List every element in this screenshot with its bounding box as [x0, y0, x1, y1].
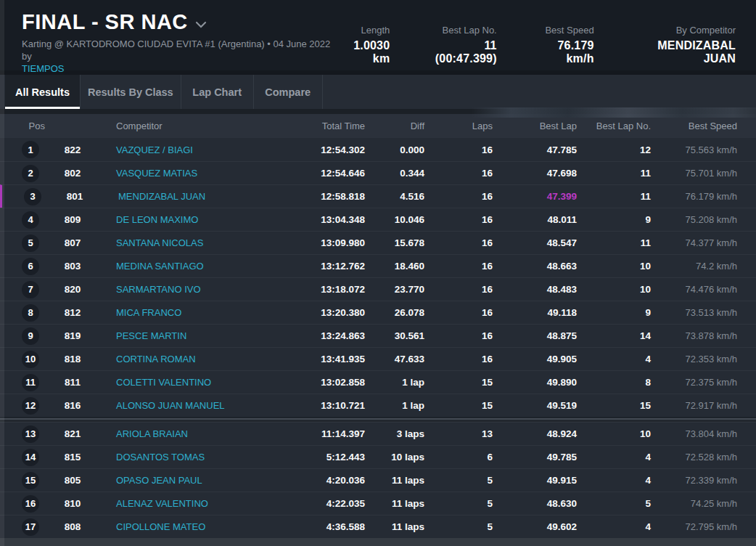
position-badge: 1	[0, 141, 51, 158]
position-circle: 5	[22, 235, 39, 252]
table-row[interactable]: 17808CIPOLLONE MATEO4:36.58811 laps549.6…	[0, 515, 756, 538]
best-lap-time: 49.519	[509, 400, 593, 411]
stat-label: Length	[335, 25, 390, 36]
table-row[interactable]: 12816ALONSO JUAN MANUEL13:10.7211 lap154…	[0, 394, 756, 417]
table-row[interactable]: 2802VASQUEZ MATIAS12:54.6460.3441647.698…	[0, 161, 756, 184]
table-row[interactable]: 9819PESCE MARTIN13:24.86330.5611648.8751…	[0, 324, 756, 347]
best-lap-time: 49.602	[509, 521, 593, 532]
column-header-best-speed: Best Speed	[669, 121, 756, 131]
table-row[interactable]: 4809DE LEON MAXIMO13:04.34810.0461648.01…	[0, 208, 756, 231]
kart-number: 812	[51, 307, 94, 318]
header-gradient-banner	[472, 107, 756, 118]
laps-count: 16	[437, 330, 509, 341]
position-circle: 7	[22, 281, 39, 298]
organizer-link[interactable]: TIEMPOS	[22, 63, 65, 74]
session-header-left: FINAL - SR NAC Karting @ KARTODROMO CIUD…	[22, 10, 335, 75]
position-circle: 6	[22, 258, 39, 275]
kart-number: 818	[51, 354, 94, 364]
total-time: 13:41.935	[281, 354, 368, 364]
total-time: 13:10.721	[281, 400, 368, 411]
best-speed: 74.476 km/h	[669, 284, 756, 295]
best-speed: 72.375 km/h	[669, 377, 756, 388]
competitor-name[interactable]: COLETTI VALENTINO	[94, 377, 281, 388]
table-row[interactable]: 1822VAZQUEZ / BIAGI12:54.3020.0001647.78…	[0, 138, 756, 161]
kart-number: 808	[51, 521, 94, 532]
total-time: 13:04.348	[281, 214, 368, 225]
position-badge: 16	[0, 495, 51, 513]
diff-value: 26.078	[368, 307, 437, 318]
best-lap-time: 48.875	[509, 330, 593, 341]
laps-count: 15	[437, 377, 509, 388]
diff-value: 0.344	[368, 168, 437, 179]
table-row[interactable]: 7820SARMARTANO IVO13:18.07223.7701648.48…	[0, 277, 756, 301]
position-badge: 12	[0, 397, 51, 415]
kart-number: 816	[51, 400, 94, 411]
best-lap-number: 5	[593, 498, 669, 509]
competitor-name[interactable]: SANTANA NICOLAS	[94, 237, 281, 248]
position-circle: 4	[22, 211, 39, 229]
position-circle: 3	[24, 188, 41, 205]
table-row[interactable]: 11811COLETTI VALENTINO13:02.8581 lap1549…	[0, 370, 756, 394]
kart-number: 819	[51, 330, 94, 341]
competitor-name[interactable]: VAZQUEZ / BIAGI	[94, 144, 281, 155]
competitor-name[interactable]: OPASO JEAN PAUL	[94, 475, 281, 486]
table-row[interactable]: 13821ARIOLA BRAIAN11:14.3973 laps1348.92…	[0, 422, 756, 445]
tab-compare[interactable]: Compare	[254, 75, 323, 109]
competitor-name[interactable]: ALONSO JUAN MANUEL	[94, 400, 281, 411]
best-lap-number: 11	[593, 191, 669, 202]
position-badge: 4	[0, 211, 51, 229]
competitor-name[interactable]: DOSANTOS TOMAS	[94, 452, 281, 463]
position-badge: 5	[0, 235, 51, 252]
competitor-name[interactable]: DE LEON MAXIMO	[94, 214, 281, 225]
competitor-name[interactable]: CIPOLLONE MATEO	[94, 521, 281, 532]
stat-label: By Competitor	[626, 25, 736, 36]
column-header-best-lap: Best Lap	[509, 121, 593, 131]
table-row[interactable]: 15805OPASO JEAN PAUL4:20.03611 laps549.9…	[0, 468, 756, 492]
position-badge: 13	[0, 425, 51, 443]
competitor-name[interactable]: VASQUEZ MATIAS	[94, 168, 281, 179]
table-row[interactable]: 14815DOSANTOS TOMAS5:12.44310 laps649.78…	[0, 445, 756, 468]
table-row[interactable]: 5807SANTANA NICOLAS13:09.98015.6781648.5…	[0, 231, 756, 254]
competitor-name[interactable]: MEDINA SANTIAGO	[94, 261, 281, 272]
best-speed: 74.25 km/h	[669, 498, 756, 509]
position-badge: 14	[0, 449, 51, 466]
best-lap-number: 4	[593, 354, 669, 364]
position-circle: 9	[22, 327, 39, 345]
competitor-name[interactable]: ALENAZ VALENTINO	[94, 498, 281, 509]
tab-all-results[interactable]: All Results	[5, 75, 81, 109]
competitor-name[interactable]: ARIOLA BRAIAN	[94, 428, 281, 439]
diff-value: 18.460	[368, 261, 437, 272]
competitor-name[interactable]: PESCE MARTIN	[94, 330, 281, 341]
best-lap-number: 14	[593, 330, 669, 341]
table-row[interactable]: 8812MICA FRANCO13:20.38026.0781649.11897…	[0, 301, 756, 324]
competitor-name[interactable]: MENDIZABAL JUAN	[96, 191, 281, 202]
table-row[interactable]: 10818CORTINA ROMAN13:41.93547.6331649.90…	[0, 347, 756, 370]
table-row[interactable]: 6803MEDINA SANTIAGO13:12.76218.4601648.6…	[0, 254, 756, 277]
table-row[interactable]: 16810ALENAZ VALENTINO4:22.03511 laps548.…	[0, 492, 756, 515]
diff-value: 3 laps	[368, 428, 437, 439]
tab-results-by-class[interactable]: Results By Class	[81, 75, 181, 109]
diff-value: 11 laps	[368, 498, 437, 509]
position-circle: 15	[22, 472, 39, 489]
best-speed: 74.2 km/h	[669, 261, 756, 272]
column-header-laps: Laps	[437, 121, 509, 131]
competitor-name[interactable]: SARMARTANO IVO	[94, 284, 281, 295]
competitor-name[interactable]: CORTINA ROMAN	[94, 354, 281, 364]
best-lap-time: 49.785	[509, 452, 593, 463]
total-time: 4:36.588	[281, 521, 368, 532]
diff-value: 10.046	[368, 214, 437, 225]
diff-value: 30.561	[368, 330, 437, 341]
diff-value: 11 laps	[368, 475, 437, 486]
header-stats: Length1.0030 kmBest Lap No.11 (00:47.399…	[335, 10, 736, 65]
best-speed: 72.528 km/h	[669, 452, 756, 463]
best-lap-number: 4	[593, 521, 669, 532]
tab-lap-chart[interactable]: Lap Chart	[181, 75, 254, 109]
best-lap-time: 48.011	[509, 214, 593, 225]
competitor-name[interactable]: MICA FRANCO	[94, 307, 281, 318]
table-row[interactable]: 3801MENDIZABAL JUAN12:58.8184.5161647.39…	[0, 184, 756, 208]
kart-number: 803	[51, 261, 94, 272]
position-badge: 10	[0, 351, 51, 368]
kart-number: 820	[51, 284, 94, 295]
results-tabbar: All ResultsResults By ClassLap ChartComp…	[0, 75, 756, 109]
chevron-down-icon[interactable]	[195, 18, 207, 31]
